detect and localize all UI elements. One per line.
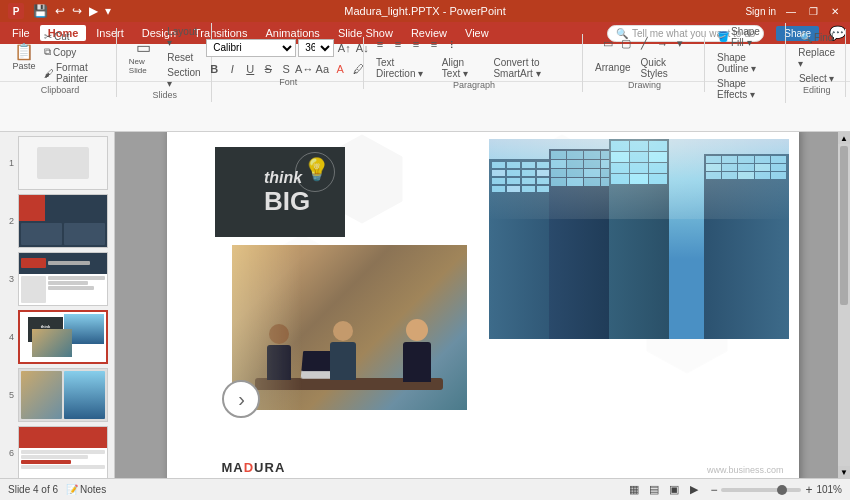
align-left-btn[interactable]: ≡ [372,36,388,52]
quick-styles-button[interactable]: Quick Styles [637,56,698,80]
maximize-btn[interactable]: ❐ [806,4,820,18]
align-right-btn[interactable]: ≡ [408,36,424,52]
present-btn[interactable]: ▶ [87,3,100,19]
slide-preview-3[interactable] [18,252,108,306]
shape-rect[interactable]: ▭ [600,36,616,52]
minimize-btn[interactable]: — [784,4,798,18]
brand-d: D [244,460,254,475]
italic-button[interactable]: I [224,61,240,77]
new-slide-button[interactable]: ▭ New Slide [125,38,161,77]
format-painter-button[interactable]: 🖌 Format Painter [40,61,110,85]
strikethrough-button[interactable]: S [260,61,276,77]
sign-in-link[interactable]: Sign in [745,6,776,17]
arrow-button[interactable]: › [222,380,260,418]
format-painter-icon: 🖌 [44,68,54,79]
notes-btn[interactable]: 📝 Notes [66,484,106,495]
slideshow-btn[interactable]: ▶ [686,482,702,498]
notes-icon: 📝 [66,484,78,495]
shape-effects-button[interactable]: Shape Effects ▾ [713,77,779,101]
select-button[interactable]: Select ▾ [795,72,839,85]
increase-font-btn[interactable]: A↑ [336,40,352,56]
editing-label: Editing [803,85,831,95]
window-title: Madura_light.PPTX - PowerPoint [344,5,505,17]
slide-preview-1[interactable] [18,136,108,190]
columns-btn[interactable]: ⫶ [444,36,460,52]
slide-preview-5[interactable] [18,368,108,422]
normal-view-btn[interactable]: ▦ [626,482,642,498]
slide-preview-2[interactable] [18,194,108,248]
shape-outline-button[interactable]: Shape Outline ▾ [713,51,779,75]
scroll-up-btn[interactable]: ▲ [838,132,850,144]
paragraph-label: Paragraph [453,80,495,90]
shadow-button[interactable]: S [278,61,294,77]
arrange-button[interactable]: Arrange [591,61,635,74]
cut-button[interactable]: ✂ Cut [40,30,110,43]
slide-num-5: 5 [4,390,14,400]
convert-smartart-button[interactable]: Convert to SmartArt ▾ [489,56,576,80]
shape-round-rect[interactable]: ▢ [618,36,634,52]
ribbon-font-group: Calibri 36 A↑ A↓ B I U S S A↔ Aa A [214,37,364,89]
shape-more[interactable]: ▾ [672,36,688,52]
close-btn[interactable]: ✕ [828,4,842,18]
slide-thumb-5[interactable]: 5 [4,368,110,422]
slide-thumb-6[interactable]: 6 [4,426,110,478]
text-direction-button[interactable]: Text Direction ▾ [372,56,436,80]
slide-thumb-4[interactable]: 4 thinkBIG [4,310,110,364]
case-button[interactable]: Aa [314,61,330,77]
underline-button[interactable]: U [242,61,258,77]
clipboard-controls: 📋 Paste ✂ Cut ⧉ Copy 🖌 Format Painter [10,30,110,85]
bold-button[interactable]: B [206,61,222,77]
scroll-down-btn[interactable]: ▼ [838,466,850,478]
spacing-button[interactable]: A↔ [296,61,312,77]
section-button[interactable]: Section ▾ [163,66,204,90]
zoom-out-btn[interactable]: − [710,483,717,497]
shape-arrow[interactable]: → [654,36,670,52]
watermark-text: www.business.com [707,465,784,475]
status-right: ▦ ▤ ▣ ▶ − + 101% [626,482,842,498]
ribbon-paragraph-group: ≡ ≡ ≡ ≡ ⫶ Text Direction ▾ Align Text ▾ … [366,34,583,92]
slide-thumb-2[interactable]: 2 [4,194,110,248]
redo-btn[interactable]: ↪ [70,3,84,19]
drawing-label: Drawing [628,80,661,90]
slide-preview-6[interactable] [18,426,108,478]
slide-thumb-3[interactable]: 3 [4,252,110,306]
replace-button[interactable]: Replace ▾ [794,46,839,70]
align-center-btn[interactable]: ≡ [390,36,406,52]
undo-btn[interactable]: ↩ [53,3,67,19]
zoom-slider[interactable] [721,488,801,492]
editing-controls: 🔍 Find Replace ▾ Select ▾ [794,31,839,85]
highlight-button[interactable]: 🖊 [350,61,366,77]
font-controls: Calibri 36 A↑ A↓ B I U S S A↔ Aa A [206,39,370,77]
scroll-thumb[interactable] [840,146,848,305]
zoom-level[interactable]: 101% [816,484,842,495]
justify-btn[interactable]: ≡ [426,36,442,52]
font-name-selector[interactable]: Calibri [206,39,296,57]
find-button[interactable]: 🔍 Find [796,31,837,44]
align-text-button[interactable]: Align Text ▾ [438,56,488,80]
slide-thumb-1[interactable]: 1 [4,136,110,190]
shape-line[interactable]: ╱ [636,36,652,52]
quick-access-toolbar[interactable]: P 💾 ↩ ↪ ▶ ▾ [8,3,113,19]
view-buttons: ▦ ▤ ▣ ▶ [626,482,702,498]
zoom-in-btn[interactable]: + [805,483,812,497]
font-label: Font [279,77,297,87]
font-size-selector[interactable]: 36 [298,39,334,57]
ribbon-row1: 📋 Paste ✂ Cut ⧉ Copy 🖌 Format Painter [0,44,850,82]
reset-button[interactable]: Reset [163,51,204,64]
shape-fill-button[interactable]: 🪣 Shape Fill ▾ [713,25,779,49]
font-color-button[interactable]: A [332,61,348,77]
ribbon-drawing-group: ▭ ▢ ╱ → ▾ Arrange Quick Styles Drawing [585,34,705,92]
save-btn[interactable]: 💾 [31,3,50,19]
app-logo: P [8,3,24,19]
paste-button[interactable]: 📋 Paste [10,42,38,73]
slide-preview-4[interactable]: thinkBIG [18,310,108,364]
vertical-scrollbar[interactable]: ▲ ▼ [838,132,850,478]
more-btn[interactable]: ▾ [103,3,113,19]
zoom-thumb[interactable] [777,485,787,495]
layout-button[interactable]: Layout ▾ [163,25,204,49]
copy-button[interactable]: ⧉ Copy [40,45,110,59]
paragraph-controls: ≡ ≡ ≡ ≡ ⫶ Text Direction ▾ Align Text ▾ … [372,36,576,80]
slide-sorter-btn[interactable]: ▤ [646,482,662,498]
title-bar-controls: Sign in — ❐ ✕ [745,4,842,18]
reading-view-btn[interactable]: ▣ [666,482,682,498]
